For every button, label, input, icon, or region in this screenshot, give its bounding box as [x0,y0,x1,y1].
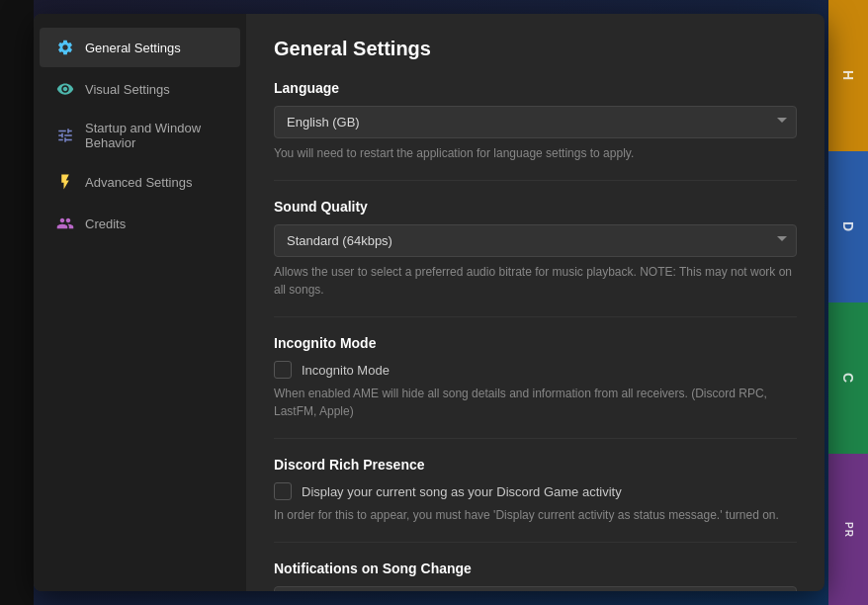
divider-4 [274,542,797,543]
sidebar-item-credits[interactable]: Credits [40,204,240,243]
sidebar-item-label-startup: Startup and Window Behavior [85,121,224,150]
sidebar-item-label-visual: Visual Settings [85,82,170,97]
notifications-select-wrapper: Minimized Always Never [274,586,797,591]
notifications-select[interactable]: Minimized Always Never [274,586,797,591]
language-select-wrapper: English (GB) English (US) French German … [274,106,797,138]
incognito-hint: When enabled AME will hide all song deta… [274,385,797,420]
discord-section-title: Discord Rich Presence [274,457,797,473]
gear-icon [55,38,75,57]
right-panels: H D C PR [828,0,868,605]
divider-1 [274,180,797,181]
language-section: Language English (GB) English (US) Frenc… [274,80,797,162]
language-select[interactable]: English (GB) English (US) French German … [274,106,797,138]
sound-quality-hint: Allows the user to select a preferred au… [274,263,797,299]
lightning-icon [55,172,75,192]
language-section-title: Language [274,80,797,96]
incognito-checkbox[interactable] [274,361,292,379]
incognito-checkbox-row: Incognito Mode [274,361,797,379]
sidebar-item-label-advanced: Advanced Settings [85,175,192,190]
sidebar-item-general[interactable]: General Settings [40,28,240,67]
left-strip [0,0,34,605]
panel-pr: PR [828,454,868,605]
main-content: General Settings Language English (GB) E… [246,14,825,591]
sound-quality-select[interactable]: Standard (64kbps) High (128kbps) Very Hi… [274,224,797,257]
discord-checkbox-label: Display your current song as your Discor… [302,484,622,499]
sliders-icon [55,126,75,145]
panel-h: H [828,0,868,151]
divider-2 [274,316,797,317]
sound-quality-select-wrapper: Standard (64kbps) High (128kbps) Very Hi… [274,224,797,257]
people-icon [55,214,75,233]
eye-icon [55,79,75,99]
sidebar-item-label-credits: Credits [85,216,126,231]
discord-checkbox-row: Display your current song as your Discor… [274,482,797,500]
divider-3 [274,438,797,439]
sound-quality-section: Sound Quality Standard (64kbps) High (12… [274,199,797,299]
sidebar-item-startup[interactable]: Startup and Window Behavior [40,111,240,160]
settings-sidebar: General Settings Visual Settings Startup… [34,14,246,591]
notifications-section-title: Notifications on Song Change [274,561,797,576]
page-title: General Settings [274,38,797,60]
settings-dialog: General Settings Visual Settings Startup… [34,14,825,591]
language-hint: You will need to restart the application… [274,144,797,162]
sound-quality-title: Sound Quality [274,199,797,215]
sidebar-item-label-general: General Settings [85,41,181,55]
panel-c: C [828,302,868,454]
discord-section: Discord Rich Presence Display your curre… [274,457,797,524]
panel-d: D [828,151,868,302]
discord-checkbox[interactable] [274,482,292,500]
sidebar-item-advanced[interactable]: Advanced Settings [40,162,240,202]
incognito-checkbox-label: Incognito Mode [302,363,390,378]
discord-hint: In order for this to appear, you must ha… [274,506,797,524]
sidebar-item-visual[interactable]: Visual Settings [40,69,240,109]
notifications-section: Notifications on Song Change Minimized A… [274,561,797,591]
incognito-section: Incognito Mode Incognito Mode When enabl… [274,335,797,420]
incognito-section-title: Incognito Mode [274,335,797,351]
